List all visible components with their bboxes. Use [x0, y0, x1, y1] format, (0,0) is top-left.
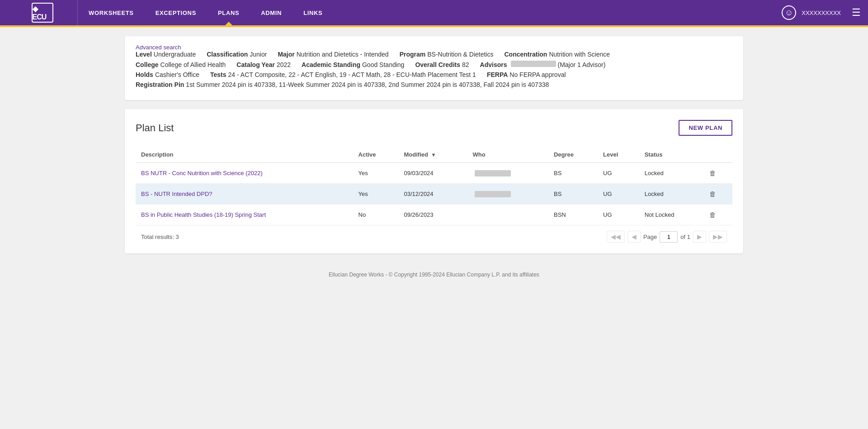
info-row-2: College College of Allied Health Catalog…: [136, 61, 732, 68]
username-text: XXXXXXXXXX: [802, 10, 841, 16]
registration-pin-value: 1st Summer 2024 pin is 407338, 11-Week S…: [186, 81, 549, 88]
col-description: Description: [136, 147, 353, 163]
major-value: Nutrition and Dietetics - Intended: [297, 51, 389, 58]
info-row-3: Holds Cashier's Office Tests 24 - ACT Co…: [136, 71, 732, 78]
catalog-year-value: 2022: [277, 61, 291, 68]
academic-standing-label: Academic Standing: [302, 61, 360, 68]
row1-status: Locked: [639, 163, 704, 184]
classification-label: Classification: [207, 51, 248, 58]
row1-level: UG: [598, 163, 639, 184]
holds-label: Holds: [136, 71, 153, 78]
row3-status: Not Locked: [639, 205, 704, 225]
ferpa-label: FERPA: [487, 71, 508, 78]
sort-modified-icon: ▼: [431, 152, 436, 157]
row2-plan-link[interactable]: BS - NUTR Intended DPD?: [141, 191, 212, 197]
registration-pin-label: Registration Pin: [136, 81, 184, 88]
col-modified[interactable]: Modified ▼: [399, 147, 467, 163]
classification-value: Junior: [250, 51, 267, 58]
row3-modified: 09/26/2023: [399, 205, 467, 225]
plan-list-card: Plan List NEW PLAN Description Active Mo…: [125, 109, 743, 253]
logo-container: ◆ ECU: [7, 0, 78, 25]
row1-plan-link[interactable]: BS NUTR - Conc Nutrition with Science (2…: [141, 170, 263, 176]
plan-table-header-row: Description Active Modified ▼ Who Degree…: [136, 147, 732, 163]
advisors-suffix: (Major 1 Advisor): [558, 61, 606, 68]
row2-status: Locked: [639, 184, 704, 205]
pagination-row: Total results: 3 ◀◀ ◀ Page of 1 ▶ ▶▶: [136, 225, 732, 243]
first-page-button[interactable]: ◀◀: [607, 231, 625, 243]
advisors-label: Advisors: [480, 61, 507, 68]
col-status: Status: [639, 147, 704, 163]
main-content: Advanced search Level Undergraduate Clas…: [118, 36, 750, 253]
row3-active: No: [353, 205, 399, 225]
row1-who: [467, 163, 548, 184]
total-results: Total results: 3: [141, 234, 179, 240]
tests-value: 24 - ACT Composite, 22 - ACT English, 19…: [228, 71, 476, 78]
ferpa-value: No FERPA approval: [509, 71, 566, 78]
row3-delete-button[interactable]: 🗑: [709, 211, 716, 219]
row1-description: BS NUTR - Conc Nutrition with Science (2…: [136, 163, 353, 184]
col-active: Active: [353, 147, 399, 163]
page-number-input[interactable]: [660, 231, 678, 243]
footer-text: Ellucian Degree Works - © Copyright 1995…: [329, 272, 539, 278]
new-plan-button[interactable]: NEW PLAN: [679, 120, 732, 136]
hamburger-menu[interactable]: ☰: [852, 7, 861, 19]
header: ◆ ECU WORKSHEETS EXCEPTIONS PLANS ADMIN …: [0, 0, 868, 25]
of-label: of 1: [680, 234, 690, 240]
row2-delete-button[interactable]: 🗑: [709, 190, 716, 198]
row1-who-redacted: [475, 170, 511, 176]
last-page-button[interactable]: ▶▶: [709, 231, 727, 243]
footer: Ellucian Degree Works - © Copyright 1995…: [0, 262, 868, 287]
row2-modified: 03/12/2024: [399, 184, 467, 205]
plan-card-header: Plan List NEW PLAN: [136, 120, 732, 136]
concentration-label: Concentration: [504, 51, 547, 58]
logo-text: ◆ ECU: [33, 5, 52, 21]
program-label: Program: [400, 51, 426, 58]
row1-delete-button[interactable]: 🗑: [709, 169, 716, 177]
academic-standing-value: Good Standing: [362, 61, 404, 68]
catalog-year-label: Catalog Year: [236, 61, 275, 68]
row1-degree: BS: [548, 163, 598, 184]
info-row-1: Level Undergraduate Classification Junio…: [136, 51, 732, 58]
row2-active: Yes: [353, 184, 399, 205]
row3-level: UG: [598, 205, 639, 225]
next-page-button[interactable]: ▶: [693, 231, 706, 243]
col-level: Level: [598, 147, 639, 163]
col-actions: [704, 147, 732, 163]
level-label: Level: [136, 51, 152, 58]
plan-list-title: Plan List: [136, 122, 174, 134]
plan-table-body: BS NUTR - Conc Nutrition with Science (2…: [136, 163, 732, 225]
overall-credits-value: 82: [462, 61, 469, 68]
prev-page-button[interactable]: ◀: [627, 231, 641, 243]
page-label: Page: [643, 234, 657, 240]
user-icon: ☺: [782, 5, 796, 20]
row3-degree: BSN: [548, 205, 598, 225]
student-info-card: Advanced search Level Undergraduate Clas…: [125, 36, 743, 100]
nav-admin[interactable]: ADMIN: [250, 0, 292, 25]
row1-actions: 🗑: [704, 163, 732, 184]
row3-actions: 🗑: [704, 205, 732, 225]
nav-links[interactable]: LINKS: [292, 0, 333, 25]
row2-who: [467, 184, 548, 205]
tests-label: Tests: [210, 71, 226, 78]
header-right: ☺ XXXXXXXXXX ☰: [782, 5, 861, 20]
plan-table-head: Description Active Modified ▼ Who Degree…: [136, 147, 732, 163]
concentration-value: Nutrition with Science: [549, 51, 610, 58]
table-row: BS in Public Health Studies (18-19) Spri…: [136, 205, 732, 225]
major-label: Major: [278, 51, 294, 58]
col-degree: Degree: [548, 147, 598, 163]
row2-degree: BS: [548, 184, 598, 205]
nav-plans[interactable]: PLANS: [207, 0, 250, 25]
row2-level: UG: [598, 184, 639, 205]
main-nav: WORKSHEETS EXCEPTIONS PLANS ADMIN LINKS: [78, 0, 782, 25]
plan-table: Description Active Modified ▼ Who Degree…: [136, 147, 732, 225]
col-who: Who: [467, 147, 548, 163]
level-value: Undergraduate: [154, 51, 196, 58]
program-value: BS-Nutrition & Dietetics: [427, 51, 493, 58]
nav-worksheets[interactable]: WORKSHEETS: [78, 0, 145, 25]
advanced-search-link[interactable]: Advanced search: [136, 44, 181, 51]
nav-exceptions[interactable]: EXCEPTIONS: [145, 0, 207, 25]
row3-plan-link[interactable]: BS in Public Health Studies (18-19) Spri…: [141, 211, 266, 218]
pagination-controls: ◀◀ ◀ Page of 1 ▶ ▶▶: [607, 231, 727, 243]
table-row: BS NUTR - Conc Nutrition with Science (2…: [136, 163, 732, 184]
advisors-redacted: [511, 61, 556, 67]
